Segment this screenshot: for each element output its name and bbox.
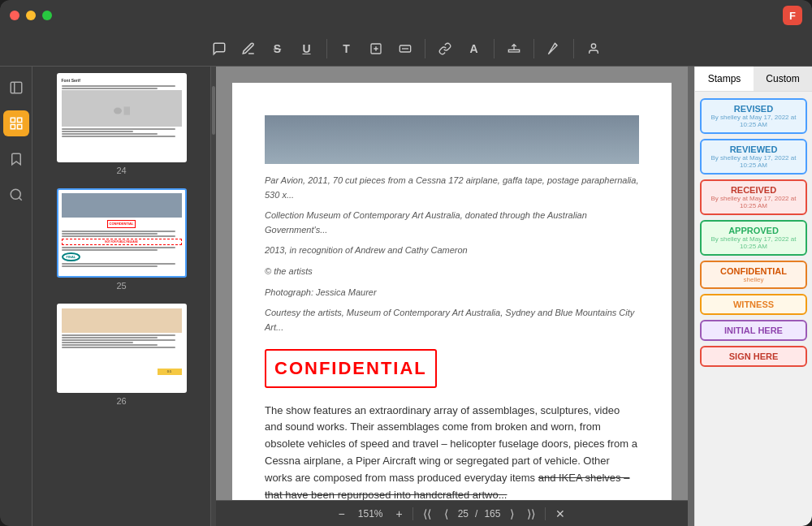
bottom-bar-sep-2 — [545, 507, 546, 520]
stamp-revised-sub: By shelley at May 17, 2022 at 10:25 AM — [708, 114, 799, 128]
user-icon[interactable] — [581, 36, 607, 62]
toolbar: S U T A — [0, 31, 812, 67]
sidebar-toggle-icon[interactable] — [3, 75, 29, 101]
close-bar-button[interactable]: ✕ — [552, 506, 568, 522]
nav-start-button[interactable]: ⟨⟨ — [420, 506, 434, 522]
stamps-tab-custom[interactable]: Custom — [754, 67, 812, 91]
thumbnail-view-icon[interactable] — [3, 110, 29, 136]
minimize-button[interactable] — [26, 11, 36, 20]
caption-1: Par Avion, 2011, 70 cut pieces from a Ce… — [265, 174, 639, 202]
thumbnail-sidebar: Font Serif — [32, 67, 211, 526]
text-icon[interactable]: T — [334, 36, 360, 62]
bookmark-icon[interactable] — [3, 146, 29, 172]
svg-rect-4 — [11, 82, 22, 93]
caption-2: Collection Museum of Contemporary Art Au… — [265, 209, 639, 237]
caption-6: Courtesy the artists, Museum of Contempo… — [265, 306, 639, 334]
app-window: F S U T A — [0, 0, 812, 526]
svg-point-3 — [591, 44, 595, 48]
zoom-out-button[interactable]: − — [335, 506, 348, 522]
stamp-revised[interactable]: REVISED By shelley at May 17, 2022 at 10… — [700, 98, 807, 134]
page-25-label: 25 — [116, 281, 126, 291]
app-icon: F — [783, 6, 802, 25]
stamp-confidential-sub: shelley — [708, 276, 799, 283]
stamp-confidential[interactable]: CONFIDENTIAL shelley — [700, 261, 807, 289]
page-24-thumbnail[interactable]: Font Serif — [32, 67, 210, 182]
text-box-icon[interactable] — [363, 36, 389, 62]
stamp-reviewed-sub: By shelley at May 17, 2022 at 10:25 AM — [708, 154, 799, 169]
titlebar: F — [0, 0, 812, 31]
stamp-received[interactable]: RECEIVED By shelley at May 17, 2022 at 1… — [700, 179, 807, 215]
maximize-button[interactable] — [42, 11, 52, 20]
caption-3: 2013, in recognition of Andrew and Cathy… — [265, 244, 639, 258]
page-24-label: 24 — [116, 166, 126, 175]
body-text-1: The show features an extraordinary array… — [265, 403, 639, 500]
svg-point-11 — [114, 107, 122, 114]
svg-rect-6 — [17, 118, 21, 122]
caption-5: Photograph: Jessica Maurer — [265, 286, 639, 300]
stamp-revised-label: REVISED — [734, 104, 773, 114]
strikethrough-icon[interactable]: S — [265, 36, 291, 62]
text-field-icon[interactable] — [392, 36, 418, 62]
link-icon[interactable] — [432, 36, 458, 62]
stamp-sign-here-label: SIGN HERE — [729, 351, 779, 361]
page-26-thumbnail[interactable]: 0:5 26 — [32, 297, 210, 412]
stamp-witness[interactable]: WITNESS — [700, 294, 807, 315]
confidential-stamp: CONFIDENTIAL — [265, 349, 437, 387]
underline-icon[interactable]: U — [294, 36, 320, 62]
zoom-level-display[interactable]: 151% — [355, 507, 387, 521]
stamp-reviewed[interactable]: REVIEWED By shelley at May 17, 2022 at 1… — [700, 139, 807, 175]
stamp-initial-here-label: INITIAL HERE — [724, 326, 783, 335]
traffic-lights — [10, 11, 52, 20]
svg-rect-7 — [11, 125, 15, 129]
page-25-thumbnail[interactable]: CONFIDENTIAL NOT FOR PUBLIC RELEASE FINA… — [32, 182, 210, 297]
page-current: 25 — [458, 508, 469, 520]
nav-next-button[interactable]: ⟩ — [507, 506, 517, 522]
stamp-received-label: RECEIVED — [731, 185, 776, 195]
search-panel-icon[interactable] — [3, 182, 29, 208]
svg-rect-5 — [11, 118, 15, 122]
stamps-tab-stamps[interactable]: Stamps — [695, 67, 754, 91]
bottom-bar-sep-1 — [412, 507, 413, 520]
toolbar-sep-3 — [494, 39, 495, 58]
stamp-received-sub: By shelley at May 17, 2022 at 10:25 AM — [708, 195, 799, 209]
highlight-icon[interactable] — [235, 36, 261, 62]
stamp-approved-label: APPROVED — [728, 226, 779, 235]
stamp-approved[interactable]: APPROVED By shelley at May 17, 2022 at 1… — [700, 220, 807, 256]
strikethrough-text: and IKEA shelves – that have been repurp… — [265, 472, 629, 500]
page-total: 165 — [484, 508, 500, 520]
stamp-items: REVISED By shelley at May 17, 2022 at 10… — [695, 92, 812, 373]
stamps-tabs: Stamps Custom — [695, 67, 812, 92]
markup-icon[interactable]: A — [461, 36, 487, 62]
svg-point-9 — [11, 189, 20, 199]
bottom-bar: − 151% + ⟨⟨ ⟨ 25 / 165 ⟩ ⟩⟩ ✕ — [216, 500, 688, 526]
pencil-draw-icon[interactable] — [541, 36, 567, 62]
svg-rect-12 — [123, 106, 130, 114]
page-separator: / — [475, 508, 477, 520]
svg-rect-10 — [110, 101, 134, 117]
toolbar-sep-1 — [326, 39, 327, 58]
comment-icon[interactable] — [206, 36, 232, 62]
stamp-confidential-label: CONFIDENTIAL — [720, 266, 787, 276]
stamp-witness-label: WITNESS — [733, 300, 774, 309]
caption-4: © the artists — [265, 265, 639, 279]
thumbnail-25: CONFIDENTIAL NOT FOR PUBLIC RELEASE FINA… — [57, 188, 187, 278]
zoom-in-button[interactable]: + — [392, 506, 405, 522]
thumbnail-24: Font Serif — [57, 73, 187, 162]
main-area: Font Serif — [0, 67, 812, 526]
stamps-panel: Stamps Custom REVISED By shelley at May … — [694, 67, 812, 526]
doc-scrollbar[interactable] — [688, 67, 694, 526]
nav-end-button[interactable]: ⟩⟩ — [524, 506, 538, 522]
svg-rect-8 — [17, 125, 21, 129]
page-top-image — [265, 115, 639, 164]
stamp-sign-here[interactable]: SIGN HERE — [700, 346, 807, 367]
doc-page[interactable]: Par Avion, 2011, 70 cut pieces from a Ce… — [216, 67, 688, 500]
toolbar-sep-4 — [533, 39, 534, 58]
stamp-initial-here[interactable]: INITIAL HERE — [700, 320, 807, 341]
nav-prev-button[interactable]: ⟨ — [441, 506, 451, 522]
thumbnail-26: 0:5 — [57, 304, 187, 393]
toolbar-sep-5 — [573, 39, 574, 58]
stamp-icon[interactable] — [501, 36, 527, 62]
toolbar-sep-2 — [425, 39, 425, 58]
close-button[interactable] — [10, 11, 19, 20]
page-content: Par Avion, 2011, 70 cut pieces from a Ce… — [232, 83, 672, 500]
